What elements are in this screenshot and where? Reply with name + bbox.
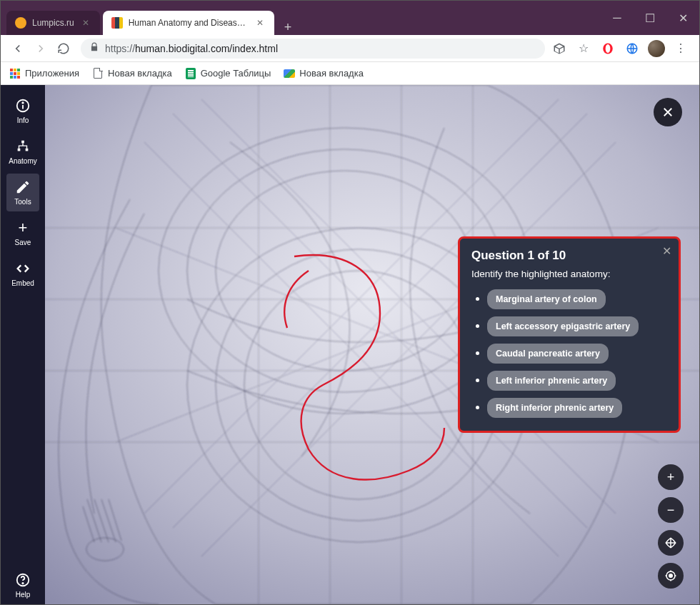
close-window-button[interactable]: ✕: [666, 1, 699, 35]
info-icon: [15, 98, 31, 114]
favicon-icon: [15, 17, 26, 29]
close-icon[interactable]: ✕: [80, 17, 91, 29]
menu-icon[interactable]: ⋮: [672, 40, 689, 57]
quiz-option[interactable]: Marginal artery of colon: [487, 289, 606, 309]
url-protocol: https://: [105, 43, 135, 54]
bookmarks-bar: Приложения Новая вкладка Google Таблицы …: [1, 62, 699, 85]
tab-title: Human Anatomy and Disease in: [129, 18, 249, 28]
quiz-panel: ✕ Question 1 of 10 Identify the highligh…: [458, 236, 681, 433]
quiz-options: Marginal artery of colon Left accessory …: [471, 289, 667, 418]
sidebar-item-anatomy[interactable]: Anatomy: [6, 133, 39, 171]
sidebar-item-tools[interactable]: Tools: [6, 174, 39, 211]
model-viewer[interactable]: ✕ Question 1 of 10 Identify the highligh…: [45, 85, 699, 604]
address-extensions: ☆ ⋮: [551, 40, 694, 57]
opera-icon[interactable]: [599, 40, 616, 57]
sidebar-item-label: Help: [16, 591, 31, 599]
zoom-out-button[interactable]: −: [658, 497, 684, 523]
quiz-option[interactable]: Left accessory epigastric artery: [487, 316, 639, 336]
browser-window: Lumpics.ru ✕ Human Anatomy and Disease i…: [0, 0, 700, 605]
star-icon[interactable]: ☆: [575, 40, 592, 57]
bookmark-label: Новая вкладка: [299, 68, 364, 79]
pencil-icon: [15, 179, 31, 195]
favicon-icon: [111, 17, 123, 29]
sidebar-item-label: Embed: [11, 279, 34, 287]
titlebar: Lumpics.ru ✕ Human Anatomy and Disease i…: [1, 1, 699, 35]
bookmark-label: Новая вкладка: [108, 68, 172, 79]
pan-button[interactable]: [658, 530, 684, 556]
svg-rect-6: [21, 141, 24, 144]
quiz-option[interactable]: Left inferior phrenic artery: [487, 371, 616, 391]
lock-icon: [89, 42, 99, 54]
zoom-in-button[interactable]: +: [658, 464, 684, 490]
svg-point-1: [606, 44, 611, 53]
quiz-option[interactable]: Right inferior phrenic artery: [487, 398, 622, 418]
tabs-row: Lumpics.ru ✕ Human Anatomy and Disease i…: [1, 1, 601, 35]
maximize-button[interactable]: ☐: [634, 1, 666, 35]
quiz-prompt: Identify the highlighted anatomy:: [471, 269, 667, 279]
svg-rect-8: [26, 149, 29, 151]
translate-icon[interactable]: [551, 40, 568, 57]
url-input[interactable]: https://human.biodigital.com/index.html: [81, 39, 545, 59]
svg-rect-7: [18, 149, 21, 151]
apps-label: Приложения: [25, 68, 79, 79]
url-host: human.biodigital.com/index.html: [135, 43, 278, 54]
bookmark-item[interactable]: Новая вкладка: [284, 68, 364, 79]
bookmark-label: Google Таблицы: [201, 68, 271, 79]
apps-icon: [9, 68, 21, 79]
svg-point-19: [669, 574, 673, 578]
plus-icon: +: [15, 220, 31, 236]
quiz-option[interactable]: Caudal pancreatic artery: [487, 344, 609, 364]
forward-button[interactable]: [29, 37, 52, 60]
sidebar-item-label: Tools: [14, 198, 31, 206]
close-overlay-button[interactable]: [654, 98, 682, 126]
address-bar: https://human.biodigital.com/index.html …: [1, 35, 699, 62]
back-button[interactable]: [6, 37, 29, 60]
sidebar-item-label: Info: [17, 116, 29, 124]
tab-biodigital[interactable]: Human Anatomy and Disease in ✕: [103, 11, 274, 35]
tab-title: Lumpics.ru: [32, 18, 74, 28]
help-icon: [15, 572, 31, 588]
code-icon: [15, 261, 31, 276]
sidebar: Info Anatomy Tools + Save: [1, 85, 45, 604]
tab-lumpics[interactable]: Lumpics.ru ✕: [6, 11, 100, 35]
bookmark-item[interactable]: Новая вкладка: [92, 68, 172, 79]
window-controls: ─ ☐ ✕: [601, 1, 699, 35]
sidebar-item-label: Anatomy: [9, 157, 36, 165]
file-icon: [92, 68, 104, 79]
sidebar-item-embed[interactable]: Embed: [6, 255, 39, 293]
quiz-title: Question 1 of 10: [471, 249, 667, 263]
recenter-button[interactable]: [658, 563, 684, 589]
svg-point-10: [22, 583, 23, 584]
svg-point-5: [22, 102, 23, 103]
sidebar-item-help[interactable]: Help: [6, 566, 39, 604]
quiz-close-button[interactable]: ✕: [662, 244, 671, 258]
sidebar-item-info[interactable]: Info: [6, 92, 39, 130]
image-icon: [284, 68, 295, 79]
close-icon[interactable]: ✕: [254, 17, 266, 29]
apps-button[interactable]: Приложения: [9, 68, 79, 79]
sidebar-item-label: Save: [15, 239, 31, 246]
tree-icon: [15, 139, 31, 154]
sheets-icon: [185, 68, 196, 79]
minimize-button[interactable]: ─: [601, 1, 634, 35]
reload-button[interactable]: [52, 37, 75, 60]
new-tab-button[interactable]: +: [277, 20, 299, 35]
zoom-controls: + −: [658, 464, 684, 589]
globe-icon[interactable]: [624, 40, 641, 57]
bookmark-item[interactable]: Google Таблицы: [185, 68, 271, 79]
sidebar-item-save[interactable]: + Save: [6, 214, 39, 252]
app-content: Info Anatomy Tools + Save: [1, 85, 699, 604]
profile-avatar[interactable]: [648, 40, 665, 57]
